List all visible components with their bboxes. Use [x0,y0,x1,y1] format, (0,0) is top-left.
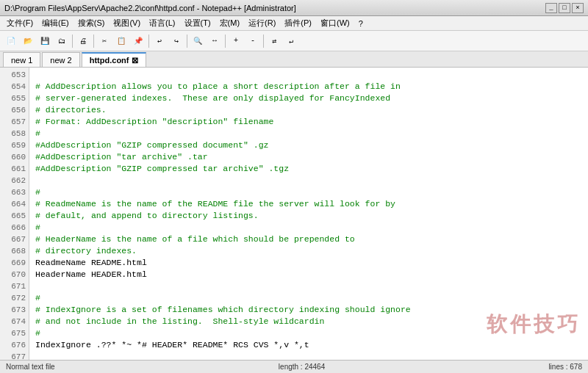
line-656: # Format: AddDescription "description" f… [35,117,273,126]
close-button[interactable]: × [572,3,584,13]
line-654: # server-generated indexes. These are on… [35,93,390,103]
menu-window[interactable]: 窗口(W) [317,17,354,29]
status-length: length : 24464 [279,363,325,371]
menu-view[interactable]: 视图(V) [110,17,144,29]
line-675: IndexIgnore .??* *~ *# HEADER* README* R… [35,340,309,350]
line-676 [35,352,40,360]
window-controls[interactable]: _ □ × [545,3,584,13]
menu-help[interactable]: ? [355,18,367,29]
find-button[interactable]: 🔍 [190,33,206,49]
line-659: #AddDescription "tar archive" .tar [35,152,208,162]
open-button[interactable]: 📂 [20,33,36,49]
redo-button[interactable]: ↪ [168,33,184,49]
toolbar: 📄 📂 💾 🗂 🖨 ✂ 📋 📌 ↩ ↪ 🔍 ↔ + - ⇄ ↵ [0,31,588,51]
line-669: HeaderName HEADER.html [35,269,147,279]
status-lines: lines : 678 [548,363,582,371]
copy-button[interactable]: 📋 [113,33,129,49]
line-665: # [35,222,40,232]
title-bar: D:\Program Files\AppServ\Apache2.2\conf\… [0,0,588,16]
new-file-button[interactable]: 📄 [3,33,19,49]
minimize-button[interactable]: _ [545,3,557,13]
cut-button[interactable]: ✂ [96,33,112,49]
undo-button[interactable]: ↩ [151,33,168,49]
wrap-button[interactable]: ↵ [283,33,299,49]
toolbar-separator-1 [72,35,73,48]
line-674: # [35,328,40,338]
watermark: 软件技巧 [487,319,581,330]
line-664: # default, and append to directory listi… [35,211,259,220]
menu-settings[interactable]: 设置(T) [181,17,215,29]
tab-bar: new 1 new 2 httpd.conf ⊠ [0,51,588,68]
line-672: # IndexIgnore is a set of filenames whic… [35,305,411,314]
toolbar-separator-4 [187,35,187,48]
replace-button[interactable]: ↔ [207,33,223,49]
tab-httpd-conf[interactable]: httpd.conf ⊠ [82,52,146,67]
menu-edit[interactable]: 编辑(E) [38,17,73,29]
toolbar-separator-3 [148,35,149,48]
line-668: ReadmeName README.html [35,258,147,267]
menu-plugins[interactable]: 插件(P) [281,17,315,29]
line-653: # AddDescription allows you to place a s… [35,82,401,91]
line-667: # directory indexes. [35,246,137,256]
print-button[interactable]: 🖨 [75,33,91,49]
menu-bar: 文件(F) 编辑(E) 搜索(S) 视图(V) 语言(L) 设置(T) 宏(M)… [0,16,588,31]
editor-wrapper: 653 654 655 656 657 658 659 660 661 662 … [0,68,588,360]
save-all-button[interactable]: 🗂 [54,33,70,49]
line-666: # HeaderName is the name of a file which… [35,234,355,244]
line-673: # and not include in the listing. Shell-… [35,316,324,326]
code-area[interactable]: # AddDescription allows you to place a s… [29,68,588,360]
toolbar-separator-2 [93,35,94,48]
tab-new1[interactable]: new 1 [3,52,40,67]
line-663: # ReadmeName is the name of the README f… [35,199,395,209]
window-title: D:\Program Files\AppServ\Apache2.2\conf\… [4,4,296,12]
line-655: # directories. [35,105,107,115]
menu-run[interactable]: 运行(R) [245,17,279,29]
toolbar-separator-6 [263,35,264,48]
toolbar-separator-5 [225,35,226,48]
line-670 [35,281,40,291]
zoom-out-button[interactable]: - [245,33,261,49]
line-658: #AddDescription "GZIP compressed documen… [35,140,268,150]
menu-macro[interactable]: 宏(M) [216,17,244,29]
line-671: # [35,293,40,303]
menu-language[interactable]: 语言(L) [146,17,179,29]
maximize-button[interactable]: □ [559,3,570,13]
line-657: # [35,128,40,138]
zoom-in-button[interactable]: + [228,33,244,49]
status-mode: Normal text file [6,363,55,371]
editor-content[interactable]: 653 654 655 656 657 658 659 660 661 662 … [0,68,588,360]
line-numbers: 653 654 655 656 657 658 659 660 661 662 … [0,68,29,360]
menu-file[interactable]: 文件(F) [3,17,37,29]
line-661 [35,175,40,185]
menu-search[interactable]: 搜索(S) [74,17,109,29]
status-bar: Normal text file length : 24464 lines : … [0,360,588,373]
sync-button[interactable]: ⇄ [266,33,282,49]
line-660: #AddDescription "GZIP compressed tar arc… [35,164,289,173]
tab-new2[interactable]: new 2 [42,52,79,67]
line-662: # [35,187,40,197]
paste-button[interactable]: 📌 [130,33,146,49]
save-button[interactable]: 💾 [37,33,53,49]
